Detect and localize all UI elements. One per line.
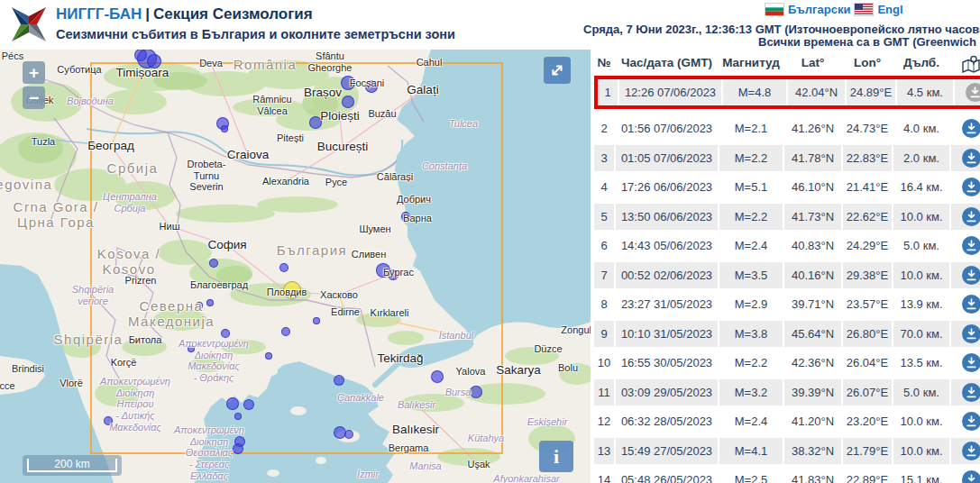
event-datetime: 03:09 29/05/2023	[616, 379, 718, 406]
page-title: НИГГГ-БАН|Секция Сеизмология	[56, 5, 313, 23]
event-depth: 16.4 км.	[893, 174, 949, 200]
event-magnitude: M=2.2	[719, 145, 783, 171]
lang-english-link[interactable]: Engl	[877, 3, 902, 16]
map-label: Korçë	[111, 357, 137, 369]
download-event-button[interactable]	[962, 178, 980, 196]
download-event-button[interactable]	[962, 412, 980, 431]
event-latitude: 42.04°N	[788, 79, 845, 105]
map-label: Tuzla	[32, 136, 56, 148]
event-datetime: 00:52 02/06/2023	[616, 262, 718, 288]
event-depth: 5.0 км.	[893, 379, 949, 406]
download-event-button[interactable]	[962, 324, 980, 343]
col-depth: Дълб.	[893, 51, 949, 75]
download-event-button[interactable]	[962, 207, 980, 226]
event-row[interactable]: 910:10 31/05/2023M=3.845.64°N26.80°E70.0…	[594, 321, 980, 347]
map-label: Zonguldak	[561, 324, 591, 336]
event-datetime: 01:05 07/06/2023	[616, 145, 718, 171]
download-event-button[interactable]	[962, 236, 980, 255]
event-latitude: 41.20°N	[784, 408, 841, 434]
event-datetime: 01:56 07/06/2023	[616, 115, 718, 141]
zoom-out-button[interactable]: −	[23, 87, 45, 109]
download-event-button[interactable]	[962, 149, 980, 168]
zoom-in-button[interactable]: +	[23, 61, 45, 84]
event-longitude: 29.38°E	[843, 262, 892, 288]
fullscreen-toggle-button[interactable]	[544, 57, 571, 84]
seismic-map[interactable]: PécsСуботицаTimișoaraOsijekВојводинаTuzl…	[0, 50, 591, 483]
language-switcher: Български Engl	[765, 3, 903, 16]
download-event-button[interactable]	[966, 83, 980, 102]
site-name-link[interactable]: НИГГГ-БАН	[56, 5, 142, 23]
lang-bulgarian-link[interactable]: Български	[788, 3, 850, 16]
event-latitude: 39.39°N	[784, 379, 841, 406]
map-label: Sfântu Gheorghe	[308, 50, 353, 73]
event-magnitude: M=3.8	[719, 321, 783, 347]
map-info-button[interactable]: i	[539, 441, 573, 472]
event-row[interactable]: 1315:49 27/05/2023M=4.138.32°N21.79°E10.…	[594, 438, 980, 464]
map-label: Râmnicu Vâlcea	[252, 94, 291, 116]
current-datetime: Сряда, 7 Юни 2023г., 12:36:13 GMT (Източ…	[583, 23, 980, 36]
map-label: Благоевград	[190, 279, 248, 291]
map-label: Deva	[199, 58, 223, 69]
map-label: Balıkesir	[398, 399, 435, 411]
download-event-button[interactable]	[962, 295, 980, 314]
events-table-header: № Час/дата (GMT) Магнитуд Lat° Lon° Дълб…	[594, 51, 980, 75]
event-depth: 13.5 км.	[893, 350, 949, 376]
event-row[interactable]: 823:27 31/05/2023M=2.939.71°N23.57°E13.9…	[594, 291, 980, 317]
event-row[interactable]: 1103:09 29/05/2023M=3.239.39°N26.07°E5.0…	[594, 379, 980, 406]
map-label: Αποκεντρωμένη Διοίκηση Θεσσαλίας - Στερε…	[174, 424, 244, 481]
map-label: Bursa	[445, 387, 472, 398]
col-datetime: Час/дата (GMT)	[616, 51, 718, 75]
map-label: Prizren	[125, 275, 157, 287]
site-logo-icon[interactable]	[8, 4, 50, 45]
timezone-note: Всички времена са в GMT (Greenwich Mean …	[758, 35, 980, 49]
event-row[interactable]: 1206:32 28/05/2023M=2.441.20°N23.20°E10.…	[594, 408, 980, 434]
map-label: İstanbul	[439, 330, 474, 342]
event-magnitude: M=3.2	[719, 379, 783, 406]
download-event-button[interactable]	[962, 119, 980, 138]
map-label: Uşak	[467, 459, 490, 470]
event-longitude: 26.07°E	[843, 379, 892, 406]
download-event-button[interactable]	[962, 470, 980, 483]
event-longitude: 21.41°E	[843, 174, 892, 200]
download-event-button[interactable]	[962, 266, 980, 285]
event-row[interactable]: 417:26 06/06/2023M=5.146.10°N21.41°E16.4…	[594, 174, 980, 200]
map-label: Суботица	[57, 64, 101, 76]
map-label: Crna Gora / Црна Гора	[14, 199, 99, 231]
event-row[interactable]: 1016:55 30/05/2023M=2.242.36°N26.04°E13.…	[594, 350, 980, 376]
map-label: Tekirdağ	[377, 351, 423, 366]
event-row[interactable]: 112:26 07/06/2023M=4.842.04°N24.89°E4.5 …	[598, 79, 980, 105]
event-depth: 13.9 км.	[893, 291, 949, 317]
map-label: Alexandria	[262, 176, 309, 187]
event-depth: 10.0 км.	[893, 408, 949, 434]
event-magnitude: M=2.2	[719, 350, 783, 376]
download-event-button[interactable]	[962, 353, 980, 372]
map-label: Београд	[87, 139, 134, 153]
event-row[interactable]: 201:56 07/06/2023M=2.141.26°N24.73°E4.0 …	[594, 115, 980, 141]
expand-arrows-icon	[547, 60, 567, 80]
event-longitude: 23.20°E	[843, 408, 892, 434]
event-latitude: 46.10°N	[784, 174, 841, 200]
event-row[interactable]: 700:52 02/06/2023M=3.540.16°N29.38°E10.0…	[594, 262, 980, 288]
map-label: Бургас	[383, 267, 414, 278]
map-label: Hercegovina	[0, 177, 52, 192]
map-scale-bar: 200 km	[23, 455, 122, 476]
map-label: Битола	[129, 334, 162, 346]
map-label: Buzău	[368, 108, 396, 120]
event-number: 12	[594, 408, 614, 434]
map-label: Србија	[107, 160, 159, 176]
event-number: 3	[594, 145, 614, 171]
download-event-button[interactable]	[962, 383, 980, 402]
download-event-button[interactable]	[962, 442, 980, 460]
event-row[interactable]: 513:50 06/06/2023M=2.241.73°N22.62°E10.0…	[594, 204, 980, 230]
map-label: Tulcea	[449, 118, 478, 130]
event-number: 14	[594, 467, 614, 483]
map-label: Pitești	[277, 132, 304, 144]
map-label: Ploiești	[320, 109, 360, 123]
event-depth: 2.0 км.	[893, 145, 949, 171]
event-number: 2	[594, 115, 614, 141]
event-row[interactable]: 1405:48 26/05/2023M=2.541.83°N22.89°E15.…	[594, 467, 980, 483]
event-row[interactable]: 614:43 05/06/2023M=2.440.83°N24.29°E5.0 …	[594, 232, 980, 259]
event-row[interactable]: 301:05 07/06/2023M=2.241.78°N22.83°E2.0 …	[594, 145, 980, 171]
map-label: Cahul	[417, 57, 443, 68]
map-label: Bergama	[389, 442, 429, 454]
